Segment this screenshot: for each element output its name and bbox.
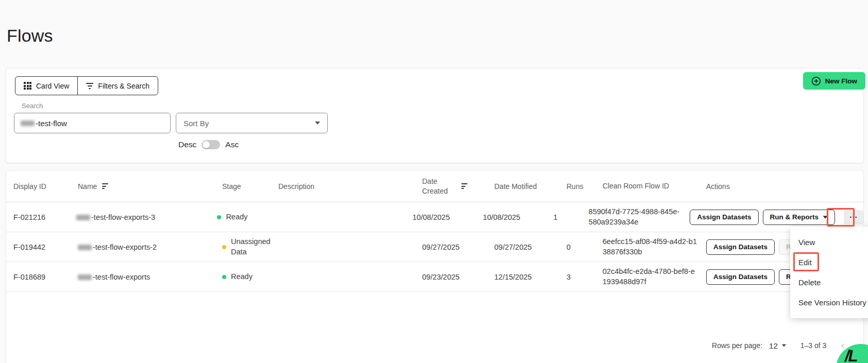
table-row: F-021216 -test-flow-exports-3 Ready 10/0… (6, 202, 863, 232)
redacted-text (76, 215, 90, 220)
cell-stage: Ready (217, 212, 272, 222)
sort-direction-toggle[interactable] (202, 140, 220, 149)
cell-clean-room-flow-id: 02c4b4fc-e2da-4780-bef8-e1939488d97f (603, 267, 706, 287)
more-actions-button[interactable]: ... (844, 210, 863, 224)
run-reports-button[interactable]: Run & Reports (763, 210, 836, 225)
stage-dot (222, 275, 226, 279)
grid-icon (24, 82, 31, 90)
chevron-down-icon (782, 344, 786, 347)
cell-date-modified: 09/27/2025 (494, 243, 566, 251)
stage-dot (222, 245, 226, 249)
col-header-stage: Stage (222, 182, 278, 191)
menu-item-delete[interactable]: Delete (790, 272, 868, 292)
search-label: Search (22, 102, 43, 110)
menu-item-view[interactable]: View (790, 232, 868, 252)
chat-widget-logo-icon: /L (845, 347, 857, 363)
sort-direction-row: Desc Asc (178, 139, 239, 151)
view-toggle-group: Card View Filters & Search (15, 76, 158, 95)
toggle-knob (203, 141, 210, 148)
sort-by-placeholder: Sort By (183, 119, 209, 128)
col-header-description: Description (278, 182, 422, 191)
cell-clean-room-flow-id: 6eefcc15-af08-4f59-a4d2-b138876f330b (603, 237, 706, 257)
col-header-runs: Runs (566, 182, 603, 191)
page-title: Flows (7, 26, 53, 46)
cell-display-id: F-019442 (6, 243, 78, 251)
cell-clean-room-flow-id: 8590f47d-7725-4988-845e-580a9239a34e (589, 207, 690, 227)
plus-circle-icon (811, 76, 821, 86)
card-view-button[interactable]: Card View (15, 77, 77, 95)
stage-label: Ready (231, 272, 253, 282)
cell-name-text: -test-flow-exports (93, 273, 150, 281)
search-value: -test-flow (36, 119, 67, 128)
col-header-display-id: Display ID (6, 182, 78, 191)
cell-name-text: -test-flow-exports-3 (91, 213, 155, 221)
sort-icon (461, 183, 468, 189)
redacted-text (21, 120, 35, 126)
cell-name: -test-flow-exports-3 (76, 213, 217, 221)
cell-display-id: F-021216 (6, 213, 76, 221)
cell-stage: Ready (222, 272, 278, 282)
cell-name-text: -test-flow-exports-2 (93, 243, 157, 251)
col-header-date-created[interactable]: Date Created (422, 177, 494, 195)
chevron-down-icon (315, 122, 320, 125)
card-view-label: Card View (36, 82, 69, 90)
cell-date-modified: 10/08/2025 (483, 213, 554, 221)
search-input[interactable]: -test-flow (14, 113, 171, 133)
rows-per-page-label: Rows per page: (712, 341, 762, 350)
cell-date-modified: 12/15/2025 (494, 273, 566, 281)
table-row: F-019442 -test-flow-exports-2 Unassigned… (6, 232, 863, 262)
rows-per-page-value: 12 (769, 341, 778, 350)
menu-item-edit[interactable]: Edit (790, 252, 868, 272)
cell-runs: 3 (566, 273, 603, 281)
assign-datasets-button[interactable]: Assign Datasets (706, 269, 775, 285)
stage-label: Unassigned Data (231, 237, 278, 257)
table-row: F-018689 -test-flow-exports Ready 09/23/… (6, 262, 863, 292)
cell-date-created: 09/27/2025 (422, 243, 494, 251)
col-header-actions: Actions (706, 182, 863, 191)
new-flow-button[interactable]: New Flow (803, 72, 865, 90)
run-reports-label: Run & Reports (770, 213, 819, 221)
cell-date-created: 09/23/2025 (422, 273, 494, 281)
cell-display-id: F-018689 (6, 273, 78, 281)
cell-stage: Unassigned Data (222, 237, 278, 257)
assign-datasets-button[interactable]: Assign Datasets (690, 210, 758, 225)
cell-name: -test-flow-exports-2 (78, 243, 222, 251)
sort-by-select[interactable]: Sort By (176, 113, 328, 133)
cell-runs: 0 (566, 243, 603, 251)
filters-search-button[interactable]: Filters & Search (77, 77, 158, 95)
desc-label: Desc (178, 140, 196, 149)
filter-icon (86, 83, 93, 89)
filters-card: Card View Filters & Search New Flow Sear… (6, 68, 864, 163)
sort-icon (102, 183, 108, 189)
stage-dot (217, 215, 221, 219)
redacted-text (78, 274, 92, 280)
col-header-date-modified: Date Motified (494, 182, 566, 191)
cell-actions: Assign Datasets Run & Reports ... (690, 210, 863, 225)
filters-search-label: Filters & Search (98, 82, 149, 90)
context-menu: ViewEditDeleteSee Version History (790, 227, 868, 318)
col-header-name[interactable]: Name (78, 182, 222, 191)
rows-per-page-select[interactable]: 12 (769, 341, 787, 350)
new-flow-label: New Flow (825, 77, 857, 85)
col-header-name-label: Name (78, 182, 97, 191)
stage-label: Ready (226, 212, 247, 222)
chevron-down-icon (823, 216, 828, 218)
flows-table-card: Display ID Name Stage Description Date C… (6, 170, 864, 363)
cell-runs: 1 (553, 213, 588, 221)
col-header-clean-room-flow-id: Clean Room Flow ID (603, 181, 706, 191)
redacted-text (78, 245, 92, 250)
table-body: F-021216 -test-flow-exports-3 Ready 10/0… (6, 202, 863, 292)
cell-date-created: 10/08/2025 (412, 213, 483, 221)
assign-datasets-button[interactable]: Assign Datasets (706, 239, 775, 255)
table-header-row: Display ID Name Stage Description Date C… (6, 170, 863, 202)
cell-name: -test-flow-exports (78, 273, 222, 281)
asc-label: Asc (225, 140, 239, 149)
menu-item-see-version-history[interactable]: See Version History (790, 292, 868, 313)
pagination-range: 1–3 of 3 (800, 341, 827, 350)
col-header-date-created-label: Date Created (422, 177, 452, 195)
